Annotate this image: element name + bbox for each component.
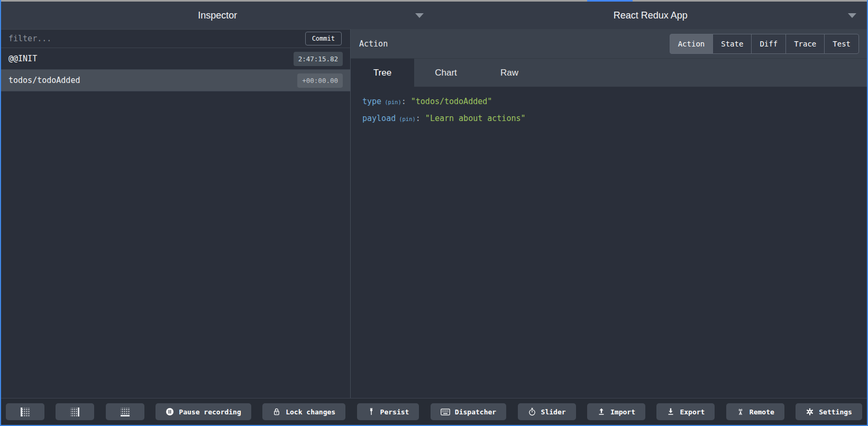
tab-trace[interactable]: Trace [785, 34, 825, 54]
tree-key: payload [362, 114, 396, 123]
tree-key: type [362, 97, 381, 106]
settings-button[interactable]: Settings [796, 403, 862, 420]
dispatcher-button[interactable]: Dispatcher [431, 403, 506, 420]
tab-test[interactable]: Test [824, 34, 859, 54]
inspector-detail-panel: Action Action State Diff Trace Test Tree… [350, 29, 867, 398]
dock-to-left-icon [21, 408, 30, 416]
tab-action[interactable]: Action [670, 34, 714, 54]
key-value-separator: : [401, 97, 406, 106]
tab-chart[interactable]: Chart [414, 59, 478, 87]
button-label: Dispatcher [455, 408, 496, 416]
view-mode-tab-bar: Tree Chart Raw [351, 58, 867, 87]
pause-recording-button[interactable]: Pause recording [156, 403, 251, 420]
chevron-down-icon [848, 13, 856, 18]
monitor-dropdown-label: Inspector [1, 2, 434, 29]
action-name: todos/todoAdded [8, 76, 80, 85]
app-header: Inspector React Redux App [1, 2, 867, 29]
pin-link[interactable]: (pin) [385, 99, 401, 105]
action-timestamp-badge: +00:00.00 [297, 73, 343, 88]
chevron-down-icon [415, 13, 424, 18]
tree-string-value: "Learn about actions" [425, 114, 526, 123]
import-button[interactable]: Import [587, 403, 645, 420]
download-icon [666, 408, 675, 416]
dock-to-right-button[interactable] [56, 403, 94, 420]
filter-input[interactable] [1, 34, 305, 43]
key-value-separator: : [416, 114, 421, 123]
detail-tab-group: Action State Diff Trace Test [670, 34, 859, 54]
tree-string-value: "todos/todoAdded" [411, 97, 492, 106]
action-list-item-selected[interactable]: todos/todoAdded +00:00.00 [1, 70, 350, 91]
button-label: Remote [750, 408, 774, 416]
button-label: Pause recording [179, 408, 241, 416]
action-list-panel: Commit @@INIT 2:47:15.82 todos/todoAdded… [1, 29, 350, 398]
action-name: @@INIT [8, 54, 37, 63]
button-label: Settings [819, 408, 852, 416]
slider-button[interactable]: Slider [518, 403, 576, 420]
persist-button[interactable]: Persist [357, 403, 419, 420]
dock-to-left-button[interactable] [6, 403, 44, 420]
tab-diff[interactable]: Diff [751, 34, 786, 54]
detail-panel-header: Action Action State Diff Trace Test [351, 29, 867, 58]
antenna-icon [736, 408, 745, 416]
filter-row: Commit [1, 29, 350, 48]
instance-select-dropdown[interactable]: React Redux App [434, 2, 867, 29]
gear-icon [806, 408, 814, 416]
upload-icon [597, 408, 606, 416]
bottom-toolbar: Pause recording Lock changes Persist [1, 398, 867, 425]
dock-to-bottom-icon [121, 408, 130, 416]
export-button[interactable]: Export [656, 403, 715, 420]
commit-button[interactable]: Commit [305, 32, 342, 45]
redux-devtools-window: Inspector React Redux App Commit @@INIT … [0, 0, 868, 426]
tree-row: payload(pin):"Learn about actions" [362, 110, 862, 127]
tree-row: type(pin):"todos/todoAdded" [362, 94, 862, 110]
action-tree-view: type(pin):"todos/todoAdded" payload(pin)… [351, 87, 867, 398]
button-label: Export [680, 408, 705, 416]
tab-state[interactable]: State [712, 34, 752, 54]
button-label: Persist [380, 408, 409, 416]
tab-raw[interactable]: Raw [478, 59, 541, 87]
pin-link[interactable]: (pin) [399, 116, 416, 122]
action-list-item[interactable]: @@INIT 2:47:15.82 [1, 48, 350, 70]
dock-to-right-icon [70, 408, 79, 416]
monitor-select-dropdown[interactable]: Inspector [1, 2, 434, 29]
main-area: Commit @@INIT 2:47:15.82 todos/todoAdded… [1, 29, 867, 398]
remote-button[interactable]: Remote [726, 403, 784, 420]
lock-changes-button[interactable]: Lock changes [262, 403, 345, 420]
button-label: Slider [541, 408, 566, 416]
tab-tree[interactable]: Tree [351, 59, 414, 87]
instance-dropdown-label: React Redux App [434, 2, 867, 29]
pin-icon [367, 408, 376, 416]
panel-title: Action [359, 39, 388, 49]
stopwatch-icon [528, 408, 536, 416]
action-timestamp-badge: 2:47:15.82 [294, 52, 343, 66]
keyboard-icon [441, 409, 450, 415]
pause-icon [166, 408, 174, 416]
button-label: Import [610, 408, 635, 416]
dock-to-bottom-button[interactable] [106, 403, 144, 420]
lock-icon [272, 408, 281, 416]
button-label: Lock changes [286, 408, 335, 416]
